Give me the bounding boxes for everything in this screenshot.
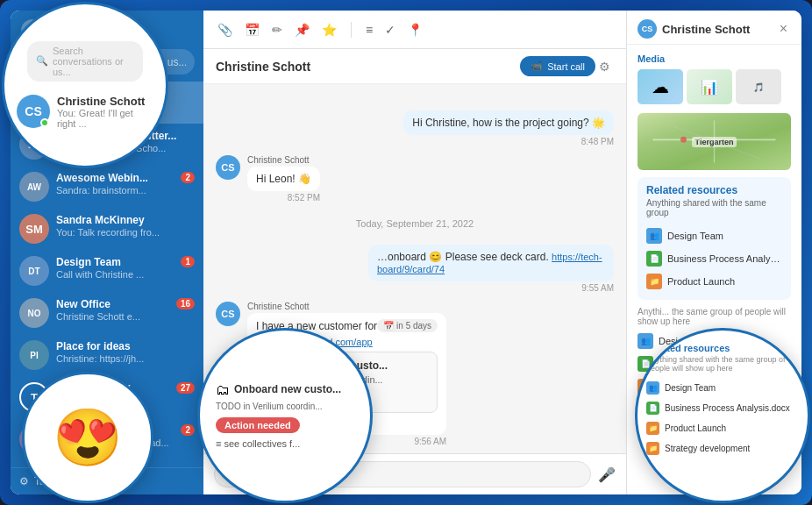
edit-icon[interactable]: ✏ xyxy=(270,21,284,39)
map-roads-svg xyxy=(637,113,791,170)
msg-bubble-incoming: Hi Leon! 👋 xyxy=(247,167,320,191)
zoom-online-dot xyxy=(40,118,49,127)
chat-header-name: Christine Schott xyxy=(216,60,520,74)
right-panel-header: CS Christine Schott × xyxy=(627,11,801,45)
zoom-conv-item-cs[interactable]: CS Christine Schott You: Great! I'll get… xyxy=(17,90,153,133)
media-thumbnails: ☁ 📊 🎵 xyxy=(637,69,791,104)
toolbar-divider xyxy=(351,22,352,38)
resource-name: Business Process Analysis.docx xyxy=(667,253,782,264)
conv-info-new-office: New Office Christine Schott e... xyxy=(56,298,169,322)
conv-preview: Call with Christine ... xyxy=(56,269,174,280)
mic-icon[interactable]: 🎤 xyxy=(598,466,616,483)
zoom-search-box[interactable]: 🔍 Search conversations or us... xyxy=(27,41,143,82)
unread-badge: 1 xyxy=(181,256,195,267)
resource-icon-doc: 📄 xyxy=(646,251,662,267)
close-panel-button[interactable]: × xyxy=(776,21,791,37)
conv-name: Place for ideas xyxy=(56,340,195,352)
zoom-conv-info: Christine Schott You: Great! I'll get ri… xyxy=(57,95,153,129)
zoom-resource-icon-pl: 📁 xyxy=(646,422,659,435)
msg-sender-cs: Christine Schott xyxy=(247,302,446,311)
start-call-button[interactable]: 📹 Start call xyxy=(520,56,595,76)
unread-badge: 2 xyxy=(181,172,195,183)
zoom-resource-name-bpa: Business Process Analysis.docx xyxy=(665,403,790,413)
chat-settings-button[interactable]: ⚙ xyxy=(595,60,614,74)
related-resources-section: Related resources Anything shared with t… xyxy=(637,177,791,300)
conv-preview: Christine Schott e... xyxy=(56,311,169,322)
msg-sender: Christine Schott xyxy=(247,155,320,165)
zoom-search-placeholder: Search conversations or us... xyxy=(53,46,134,77)
right-panel-avatar: CS xyxy=(637,19,657,39)
chat-toolbar: 📎 📅 ✏ 📌 ⭐ ≡ ✓ 📍 xyxy=(203,11,626,49)
zoom-resource-name-pl: Product Launch xyxy=(665,423,726,433)
msg-row-outgoing: Hi Christine, how is the project going? … xyxy=(403,110,614,146)
zoom-resource-bpa[interactable]: 📄 Business Process Analysis.docx xyxy=(646,398,799,418)
conv-name: Design Team xyxy=(56,256,174,268)
resource-icon-group: 👥 xyxy=(646,228,662,244)
map-thumbnail: Tiergarten xyxy=(637,113,791,170)
avatar-place-ideas: PI xyxy=(19,340,49,370)
msg-text: Hi Leon! 👋 xyxy=(256,173,311,185)
unread-badge: 27 xyxy=(176,382,195,394)
zoom-task-title: Onboard new custo... xyxy=(234,383,341,395)
zoom-resource-icon-bpa: 📄 xyxy=(646,402,659,415)
msg-time: 8:52 PM xyxy=(247,193,320,203)
msg-avatar-cs2: CS xyxy=(216,302,240,326)
more-items-label: Anythi... the same group of people will … xyxy=(637,307,791,326)
media-thumb-audio[interactable]: 🎵 xyxy=(736,69,781,104)
media-thumb-chart[interactable]: 📊 xyxy=(687,69,732,104)
avatar-sandra: SM xyxy=(19,214,49,244)
msg-bubble-techboard: …onboard 😊 Please see deck card. https:/… xyxy=(368,245,614,281)
media-label: Media xyxy=(637,53,791,64)
zoom-resource-name-dt: Design Team xyxy=(665,383,716,393)
list-icon[interactable]: ≡ xyxy=(364,21,374,39)
avatar-design-team: DT xyxy=(19,256,49,286)
resource-item-product-launch[interactable]: 📁 Product Launch xyxy=(646,270,782,293)
right-panel-contact-name: CS Christine Schott xyxy=(637,19,750,39)
zoom-resource-dt[interactable]: 👥 Design Team xyxy=(646,378,799,398)
unread-badge: 2 xyxy=(181,424,195,436)
date-divider: Today, September 21, 2022 xyxy=(216,218,614,229)
conv-name: Awesome Webin... xyxy=(56,172,174,184)
resource-item-design-team[interactable]: 👥 Design Team xyxy=(646,224,782,247)
zoom-circle-left: 🔍 Search conversations or us... CS Chris… xyxy=(2,2,168,168)
msg-row-incoming: CS Christine Schott Hi Leon! 👋 8:52 PM xyxy=(216,155,614,203)
unread-badge: 16 xyxy=(176,298,195,309)
conv-item-new-office[interactable]: NO New Office Christine Schott e... 16 xyxy=(11,292,203,334)
avatar-new-office: NO xyxy=(19,298,49,328)
conv-item-sandra[interactable]: SM Sandra McKinney You: Talk recording f… xyxy=(11,208,203,250)
zoom-task-sub: TODO in Verilium coordin... xyxy=(216,402,354,411)
zoom-search-area: 🔍 Search conversations or us... xyxy=(4,34,166,87)
resource-item-bpa[interactable]: 📄 Business Process Analysis.docx xyxy=(646,247,782,270)
pin-icon[interactable]: 📌 xyxy=(293,21,311,39)
location-icon[interactable]: 📍 xyxy=(406,21,424,39)
conv-item-place-ideas[interactable]: PI Place for ideas Christine: https://jh… xyxy=(11,334,203,376)
resource-name: Product Launch xyxy=(667,276,735,287)
resource-icon-folder: 📁 xyxy=(646,274,662,289)
msg-text: …onboard 😊 Please see deck card. xyxy=(377,251,552,263)
avatar-webinar: AW xyxy=(19,172,49,202)
app-container: ○ 🗀 🖼 🔍 CS Christine Schott You: Gre xyxy=(0,0,812,505)
attachment-icon[interactable]: 📎 xyxy=(216,21,234,39)
zoom-avatar-cs: CS xyxy=(17,95,50,128)
zoom-conv-name: Christine Schott xyxy=(57,95,153,108)
media-thumb-cloud[interactable]: ☁ xyxy=(637,69,683,104)
conv-info-place-ideas: Place for ideas Christine: https://jh... xyxy=(56,340,195,364)
star-icon[interactable]: ⭐ xyxy=(320,21,338,39)
zoom-circle-bottom-mid: 🗂 Onboard new custo... TODO in Verilium … xyxy=(197,328,373,503)
conv-name: Sandra McKinney xyxy=(56,214,195,226)
calendar-icon[interactable]: 📅 xyxy=(243,21,261,39)
check-icon[interactable]: ✓ xyxy=(383,21,397,39)
msg-content: Christine Schott Hi Leon! 👋 8:52 PM xyxy=(247,155,320,203)
msg-avatar-cs: CS xyxy=(216,155,240,180)
conv-item-webinar[interactable]: AW Awesome Webin... Sandra: brainstorm..… xyxy=(11,166,203,208)
zoom-resource-pl[interactable]: 📁 Product Launch xyxy=(646,418,799,438)
zoom-resource-name-sd: Strategy development xyxy=(665,444,750,453)
conv-item-design-team[interactable]: DT Design Team Call with Christine ... 1 xyxy=(11,250,203,292)
svg-point-3 xyxy=(680,137,687,143)
in-days-badge: 📅 in 5 days xyxy=(377,319,438,332)
zoom-resource-sd[interactable]: 📁 Strategy development xyxy=(646,438,799,459)
conv-name: New Office xyxy=(56,298,169,310)
conv-preview: Sandra: brainstorm... xyxy=(56,185,174,196)
related-resources-title: Related resources xyxy=(646,184,782,196)
msg-time: 9:55 AM xyxy=(581,283,614,293)
